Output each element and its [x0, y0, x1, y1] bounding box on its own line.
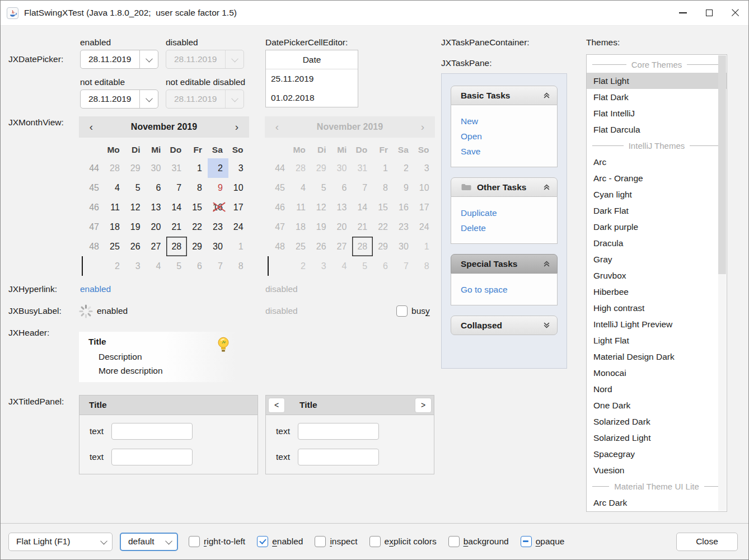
day-cell[interactable]: 11 — [105, 197, 125, 217]
day-cell[interactable]: 9 — [208, 178, 228, 197]
scrollbar-thumb[interactable] — [718, 55, 726, 274]
day-cell[interactable]: 8 — [228, 256, 249, 276]
scrollbar-track[interactable] — [718, 55, 726, 511]
theme-item[interactable]: Flat Light — [587, 73, 727, 89]
day-cell[interactable]: 19 — [125, 217, 146, 237]
task-link[interactable]: Save — [461, 144, 557, 159]
next-button[interactable]: > — [415, 398, 432, 413]
minimize-button[interactable] — [670, 1, 696, 25]
hyperlink-enabled[interactable]: enabled — [80, 284, 111, 294]
checkbox-unchecked-icon[interactable] — [396, 305, 408, 317]
day-cell[interactable]: 23 — [208, 217, 228, 237]
day-cell[interactable]: 8 — [187, 178, 208, 197]
theme-item[interactable]: Hiberbee — [587, 284, 727, 300]
task-pane-header[interactable]: Collapsed — [451, 316, 558, 335]
day-cell[interactable]: 3 — [125, 256, 146, 276]
day-cell[interactable]: 6 — [187, 256, 208, 276]
day-cell[interactable]: 17 — [228, 197, 249, 217]
day-cell[interactable]: 31 — [166, 158, 187, 178]
prev-button[interactable]: < — [268, 398, 285, 413]
theme-item[interactable]: Gruvbox — [587, 267, 727, 284]
day-cell[interactable]: 22 — [187, 217, 208, 237]
day-cell[interactable]: 12 — [125, 197, 146, 217]
day-cell[interactable]: 7 — [208, 256, 228, 276]
combobox-arrow[interactable] — [160, 539, 177, 544]
day-cell[interactable]: 26 — [125, 237, 146, 256]
day-cell[interactable]: 14 — [166, 197, 187, 217]
theme-item[interactable]: Nord — [587, 381, 727, 397]
size-combobox[interactable]: default — [120, 533, 178, 551]
day-cell[interactable]: 16 — [208, 197, 228, 217]
day-cell[interactable]: 21 — [166, 217, 187, 237]
datepicker-dropdown-button[interactable] — [139, 90, 158, 108]
day-cell[interactable]: 13 — [146, 197, 167, 217]
theme-item[interactable]: Arc Dark — [587, 495, 727, 511]
collapse-chevron-icon[interactable] — [543, 183, 550, 191]
collapse-chevron-icon[interactable] — [543, 260, 550, 267]
theme-item[interactable]: Spacegray — [587, 446, 727, 462]
datepicker-value[interactable]: 28.11.2019 — [81, 94, 139, 104]
task-link[interactable]: New — [461, 114, 557, 129]
theme-item[interactable]: Flat IntelliJ — [587, 105, 727, 121]
combobox-arrow[interactable] — [95, 539, 112, 544]
day-cell[interactable]: 4 — [146, 256, 167, 276]
task-link[interactable]: Delete — [461, 220, 557, 236]
checkbox-unchecked-icon[interactable] — [448, 536, 460, 547]
theme-item[interactable]: Vuesion — [587, 462, 727, 478]
theme-item[interactable]: IntelliJ Light Preview — [587, 316, 727, 332]
day-cell[interactable]: 18 — [105, 217, 125, 237]
checkbox-background[interactable]: background — [448, 536, 509, 547]
theme-item[interactable]: Dark purple — [587, 219, 727, 235]
day-cell[interactable]: 5 — [166, 256, 187, 276]
text-field[interactable] — [111, 449, 193, 465]
theme-item[interactable]: Dark Flat — [587, 203, 727, 219]
task-pane-header[interactable]: Basic Tasks — [451, 86, 558, 105]
day-cell[interactable]: 3 — [228, 158, 249, 178]
day-cell[interactable]: 2 — [208, 158, 228, 178]
day-cell[interactable]: 15 — [187, 197, 208, 217]
theme-item[interactable]: Dracula — [587, 235, 727, 251]
day-cell[interactable]: 30 — [146, 158, 167, 178]
task-pane-header[interactable]: Special Tasks — [451, 254, 558, 274]
close-window-button[interactable] — [722, 1, 748, 25]
checkbox-unchecked-icon[interactable] — [369, 536, 381, 547]
theme-item[interactable]: Light Flat — [587, 332, 727, 349]
day-cell[interactable]: 10 — [228, 178, 249, 197]
task-link[interactable]: Duplicate — [461, 205, 557, 220]
theme-item[interactable]: Arc — [587, 154, 727, 170]
checkbox-opaque[interactable]: opaque — [521, 536, 565, 547]
datepicker-enabled[interactable]: 28.11.2019 — [80, 50, 158, 69]
day-cell[interactable]: 30 — [208, 237, 228, 256]
day-cell[interactable]: 7 — [166, 178, 187, 197]
text-field[interactable] — [298, 449, 379, 465]
checkbox-explicit-colors[interactable]: explicit colors — [369, 536, 437, 547]
theme-item[interactable]: Arc - Orange — [587, 170, 727, 186]
datepicker-dropdown-button[interactable] — [139, 50, 158, 68]
theme-item[interactable]: Material Design Dark — [587, 349, 727, 365]
theme-item[interactable]: Flat Dark — [587, 89, 727, 105]
checkbox-inspect[interactable]: inspect — [315, 536, 357, 547]
table-row[interactable]: 01.02.2018 — [266, 88, 358, 107]
day-cell[interactable]: 24 — [228, 217, 249, 237]
expand-chevron-icon[interactable] — [543, 322, 550, 329]
text-field[interactable] — [298, 423, 379, 440]
day-cell[interactable]: 28 — [105, 158, 125, 178]
table-row[interactable]: 25.11.2019 — [266, 69, 358, 88]
close-button[interactable]: Close — [676, 533, 738, 551]
text-field[interactable] — [111, 423, 193, 440]
day-cell[interactable]: 1 — [187, 158, 208, 178]
theme-item[interactable]: Cyan light — [587, 186, 727, 203]
theme-item[interactable]: Solarized Light — [587, 430, 727, 446]
datepicker-not-editable[interactable]: 28.11.2019 — [80, 90, 158, 109]
theme-item[interactable]: Gray — [587, 251, 727, 267]
checkbox-unchecked-icon[interactable] — [315, 536, 326, 547]
day-cell[interactable]: 27 — [146, 237, 167, 256]
collapse-chevron-icon[interactable] — [543, 92, 550, 99]
day-cell[interactable]: 20 — [146, 217, 167, 237]
theme-item[interactable]: One Dark — [587, 397, 727, 413]
day-cell[interactable]: 29 — [125, 158, 146, 178]
day-cell[interactable]: 28 — [166, 237, 187, 256]
task-pane-header[interactable]: Other Tasks — [451, 177, 558, 197]
theme-item[interactable]: High contrast — [587, 300, 727, 316]
checkbox-indeterminate-icon[interactable] — [521, 536, 532, 547]
